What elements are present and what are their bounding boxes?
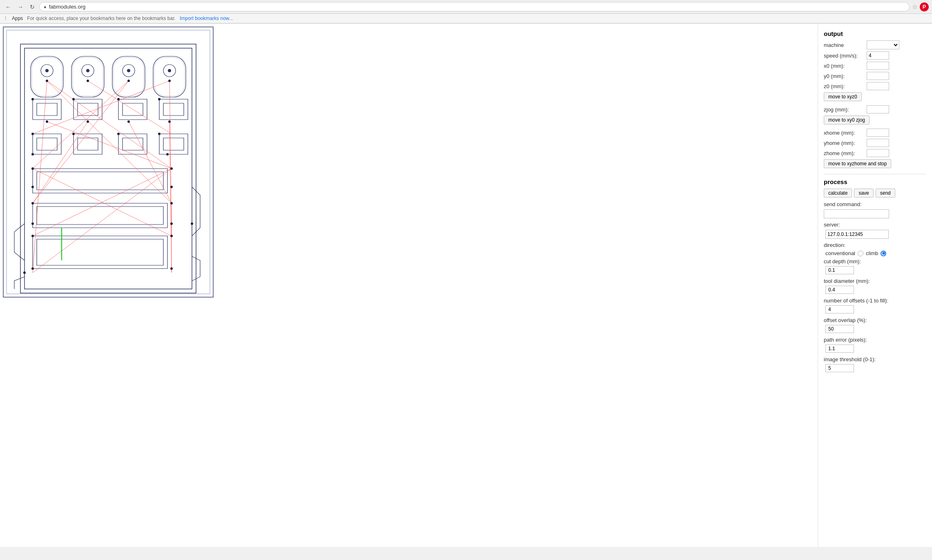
move-xy0zjog-button[interactable]: move to xy0 zjog bbox=[824, 116, 870, 124]
path-error-label: path error (pixels): bbox=[824, 337, 867, 343]
server-row: server: bbox=[824, 222, 926, 228]
conventional-radio[interactable] bbox=[858, 251, 863, 256]
lock-icon: ● bbox=[44, 4, 47, 9]
forward-button[interactable]: → bbox=[16, 3, 25, 11]
speed-label: speed (mm/s): bbox=[824, 53, 865, 59]
x0-row: x0 (mm): bbox=[824, 62, 926, 70]
climb-label: climb bbox=[866, 250, 878, 256]
zhome-input[interactable] bbox=[867, 149, 889, 157]
url-text: fabmodules.org bbox=[49, 4, 905, 10]
bookmark-star-button[interactable]: ☆ bbox=[912, 3, 917, 11]
canvas-area bbox=[0, 24, 818, 547]
machine-label: machine bbox=[824, 42, 865, 48]
cut-depth-input[interactable] bbox=[825, 266, 854, 274]
send-command-label: send command: bbox=[824, 201, 865, 207]
climb-radio[interactable] bbox=[881, 251, 886, 256]
tool-diameter-input[interactable] bbox=[825, 286, 854, 294]
x0-input[interactable] bbox=[867, 62, 889, 70]
back-button[interactable]: ← bbox=[3, 3, 13, 11]
section-divider-1 bbox=[824, 174, 926, 174]
send-button[interactable]: send bbox=[876, 189, 895, 198]
bookmarks-bar: ⋮ Apps For quick access, place your book… bbox=[0, 14, 932, 23]
apps-link[interactable]: Apps bbox=[12, 16, 23, 21]
apps-grid-icon: ⋮ bbox=[3, 16, 8, 21]
zjog-label: zjog (mm): bbox=[824, 107, 865, 113]
speed-row: speed (mm/s): bbox=[824, 51, 926, 60]
move-xyzhome-button[interactable]: move to xyzhome and stop bbox=[824, 159, 891, 168]
zhome-row: zhome (mm): bbox=[824, 149, 926, 157]
offset-overlap-input[interactable] bbox=[825, 325, 854, 333]
send-command-input[interactable] bbox=[824, 209, 889, 218]
speed-input[interactable] bbox=[867, 51, 889, 60]
main-content: output machine speed (mm/s): x0 (mm): y0… bbox=[0, 24, 932, 547]
zhome-label: zhome (mm): bbox=[824, 150, 865, 156]
machine-select[interactable] bbox=[867, 40, 899, 49]
y0-input[interactable] bbox=[867, 72, 889, 80]
machine-row: machine bbox=[824, 40, 926, 49]
import-bookmarks-link[interactable]: Import bookmarks now... bbox=[180, 16, 233, 21]
num-offsets-input[interactable] bbox=[825, 305, 854, 313]
xhome-row: xhome (mm): bbox=[824, 129, 926, 137]
xhome-input[interactable] bbox=[867, 129, 889, 137]
right-panel: output machine speed (mm/s): x0 (mm): y0… bbox=[818, 24, 932, 547]
send-command-row: send command: bbox=[824, 201, 926, 207]
bookmark-hint-text: For quick access, place your bookmarks h… bbox=[27, 16, 176, 21]
yhome-input[interactable] bbox=[867, 139, 889, 147]
direction-row: conventional climb bbox=[825, 250, 926, 256]
direction-label: direction: bbox=[824, 242, 845, 248]
image-threshold-input[interactable] bbox=[825, 364, 854, 372]
process-buttons-row: calculate save send bbox=[824, 189, 926, 199]
conventional-label: conventional bbox=[825, 250, 855, 256]
z0-label: z0 (mm): bbox=[824, 83, 865, 89]
num-offsets-label: number of offsets (-1 to fill): bbox=[824, 298, 888, 304]
green-line-indicator bbox=[61, 228, 62, 260]
server-label: server: bbox=[824, 222, 865, 228]
image-threshold-label: image threshold (0-1): bbox=[824, 356, 876, 362]
path-error-input[interactable] bbox=[825, 344, 854, 353]
address-bar[interactable]: ● fabmodules.org bbox=[39, 2, 910, 11]
pinterest-button[interactable]: P bbox=[920, 2, 929, 11]
offset-overlap-label: offset overlap (%): bbox=[824, 317, 867, 323]
calculate-button[interactable]: calculate bbox=[824, 189, 852, 198]
yhome-label: yhome (mm): bbox=[824, 140, 865, 146]
zjog-row: zjog (mm): bbox=[824, 105, 926, 113]
move-xyz0-button[interactable]: move to xyz0 bbox=[824, 92, 862, 101]
save-button[interactable]: save bbox=[854, 189, 873, 198]
reload-button[interactable]: ↻ bbox=[28, 3, 37, 11]
z0-row: z0 (mm): bbox=[824, 82, 926, 90]
zjog-input[interactable] bbox=[867, 105, 889, 113]
tool-diameter-label: tool diameter (mm): bbox=[824, 278, 870, 284]
y0-row: y0 (mm): bbox=[824, 72, 926, 80]
cut-depth-label: cut depth (mm): bbox=[824, 258, 861, 264]
server-input[interactable] bbox=[825, 230, 889, 239]
y0-label: y0 (mm): bbox=[824, 73, 865, 79]
main-canvas bbox=[0, 24, 216, 301]
process-section-title: process bbox=[824, 178, 926, 185]
xhome-label: xhome (mm): bbox=[824, 130, 865, 136]
output-section-title: output bbox=[824, 30, 926, 37]
z0-input[interactable] bbox=[867, 82, 889, 90]
yhome-row: yhome (mm): bbox=[824, 139, 926, 147]
x0-label: x0 (mm): bbox=[824, 63, 865, 69]
